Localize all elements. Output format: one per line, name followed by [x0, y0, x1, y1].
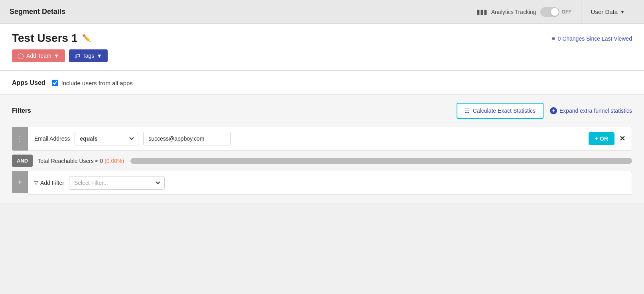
segment-header-left: Test Users 1 ✏️ ◯ Add Team ▼ 🏷 Tags ▼ — [12, 32, 108, 62]
plus-circle-icon: + — [550, 107, 557, 114]
include-all-apps-label: Include users from all apps — [61, 80, 133, 86]
remove-filter-button[interactable]: ✕ — [619, 135, 625, 142]
filters-section: Filters ☷ Calculate Exact Statistics + E… — [0, 95, 644, 203]
segment-title-row: Test Users 1 ✏️ — [12, 32, 108, 45]
header-right: ▮▮▮ Analytics Tracking OFF User Data ▼ — [467, 0, 634, 24]
toggle-state-label: OFF — [562, 9, 571, 15]
filter-drag-handle[interactable]: ⋮ — [12, 127, 28, 151]
add-team-chevron-icon: ▼ — [54, 53, 59, 59]
filters-header: Filters ☷ Calculate Exact Statistics + E… — [12, 103, 632, 119]
toggle-track[interactable] — [540, 7, 559, 17]
add-filter-row: + ▽ Add Filter Select Filter... — [12, 171, 632, 195]
calc-icon: ☷ — [465, 108, 470, 114]
analytics-toggle[interactable]: OFF — [540, 7, 571, 17]
expand-funnel-label: Expand extra funnel statistics — [559, 108, 632, 114]
stats-text: Total Reachable Users ≈ 0 (0.00%) — [37, 158, 124, 164]
analytics-icon: ▮▮▮ — [477, 8, 487, 16]
toggle-knob — [551, 8, 559, 16]
filter-field-name: Email Address — [34, 135, 70, 142]
analytics-tracking-section: ▮▮▮ Analytics Tracking OFF — [467, 0, 581, 24]
user-data-button[interactable]: User Data ▼ — [581, 0, 634, 24]
select-filter-dropdown[interactable]: Select Filter... — [69, 176, 165, 190]
chevron-down-icon: ▼ — [620, 9, 625, 15]
add-team-button[interactable]: ◯ Add Team ▼ — [12, 49, 65, 62]
filter-operator-select[interactable]: equals does not equal contains — [75, 132, 138, 145]
tags-chevron-icon: ▼ — [97, 53, 102, 59]
apps-used-label: Apps Used — [12, 79, 45, 86]
segment-title: Test Users 1 — [12, 32, 77, 45]
changes-label: 0 Changes Since Last Viewed — [557, 35, 632, 42]
plus-icon: + — [595, 135, 598, 142]
filter-row-actions: + OR ✕ — [589, 132, 625, 145]
include-all-apps-checkbox[interactable] — [52, 80, 58, 86]
calculate-exact-statistics-button[interactable]: ☷ Calculate Exact Statistics — [457, 103, 544, 119]
apps-used-checkbox-label[interactable]: Include users from all apps — [52, 80, 133, 86]
and-badge: AND — [12, 155, 33, 167]
page-title: Segment Details — [10, 8, 65, 16]
add-filter-plus-button[interactable]: + — [12, 171, 28, 193]
tags-label: Tags — [83, 53, 95, 59]
add-filter-label: ▽ Add Filter — [34, 180, 64, 186]
and-stats-row: AND Total Reachable Users ≈ 0 (0.00%) — [12, 155, 632, 167]
filter-funnel-icon: ▽ — [34, 180, 38, 186]
calc-stats-label: Calculate Exact Statistics — [473, 108, 536, 114]
tags-icon: 🏷 — [75, 53, 80, 59]
edit-icon[interactable]: ✏️ — [82, 34, 91, 43]
or-label: OR — [600, 135, 608, 142]
segment-buttons: ◯ Add Team ▼ 🏷 Tags ▼ — [12, 49, 108, 62]
tags-button[interactable]: 🏷 Tags ▼ — [69, 49, 108, 62]
filters-label: Filters — [12, 107, 31, 114]
changes-since-last-viewed-link[interactable]: ≡ 0 Changes Since Last Viewed — [551, 35, 632, 42]
add-filter-text: Add Filter — [40, 180, 64, 186]
analytics-tracking-label: Analytics Tracking — [491, 9, 536, 15]
segment-header: Test Users 1 ✏️ ◯ Add Team ▼ 🏷 Tags ▼ ≡ … — [0, 24, 644, 71]
add-filter-content: ▽ Add Filter Select Filter... — [28, 171, 632, 195]
add-team-icon: ◯ — [18, 53, 24, 59]
add-team-label: Add Team — [26, 53, 51, 59]
reachable-users-text: Total Reachable Users ≈ 0 — [37, 158, 103, 164]
filter-value-input[interactable] — [143, 132, 231, 145]
filter-row-container: ⋮ Email Address equals does not equal co… — [12, 127, 632, 151]
stats-bar-container — [130, 158, 632, 164]
stats-percent: (0.00%) — [104, 158, 124, 164]
filters-actions: ☷ Calculate Exact Statistics + Expand ex… — [457, 103, 632, 119]
apps-used-section: Apps Used Include users from all apps — [0, 71, 644, 95]
expand-funnel-button[interactable]: + Expand extra funnel statistics — [550, 107, 632, 114]
user-data-label: User Data — [591, 8, 618, 15]
top-header: Segment Details ▮▮▮ Analytics Tracking O… — [0, 0, 644, 24]
list-icon: ≡ — [551, 35, 555, 42]
or-button[interactable]: + OR — [589, 132, 614, 145]
filter-row: Email Address equals does not equal cont… — [28, 127, 632, 151]
